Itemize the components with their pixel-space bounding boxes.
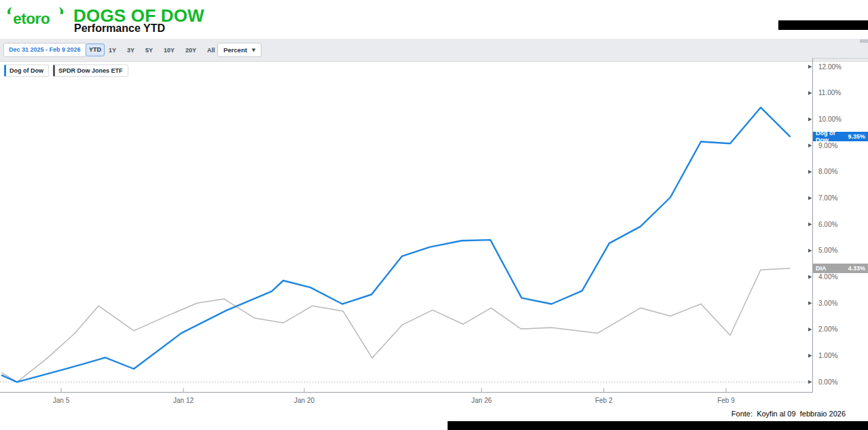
y-axis-tick [808, 170, 812, 174]
badge-value: 4.33% [848, 265, 865, 272]
x-axis-label: Jan 20 [294, 397, 314, 404]
y-axis-tick [808, 223, 812, 227]
y-axis-label: 3.00% [818, 300, 837, 307]
y-axis-tick [808, 249, 812, 253]
y-axis-label: 12.00% [818, 63, 842, 71]
x-axis-label: Jan 12 [173, 397, 194, 404]
page: etoro DOGS OF DOW Performance YTD Dec 31… [0, 0, 868, 430]
y-axis-label: 8.00% [818, 168, 837, 175]
y-axis-tick [808, 91, 812, 95]
series-line-dia [2, 268, 790, 382]
x-axis-label: Feb 9 [717, 397, 735, 404]
y-axis-tick [808, 118, 812, 122]
y-axis-tick [808, 380, 812, 384]
y-axis-label: 7.00% [818, 194, 837, 202]
y-axis-label: 6.00% [818, 221, 837, 228]
y-axis-label: 10.00% [818, 115, 842, 123]
y-axis-label: 11.00% [818, 89, 841, 96]
y-axis-label: 0.00% [818, 378, 837, 386]
badge-value: 9.35% [848, 133, 865, 140]
redaction-bar-bottom [448, 421, 868, 430]
x-axis-label: Feb 2 [595, 397, 613, 404]
y-axis-tick [808, 196, 812, 200]
last-value-badge-dia: DIA 4.33% [813, 264, 868, 273]
last-value-badge-dog-of-dow: Dog of Dow 9.35% [813, 132, 868, 141]
y-axis-tick [808, 327, 812, 332]
line-chart: 12.00%11.00%10.00%9.00%8.00%7.00%6.00%5.… [0, 0, 868, 430]
y-axis-tick [808, 144, 812, 148]
source-attribution: Fonte: Koyfin al 09 febbraio 2026 [731, 410, 846, 418]
badge-label: DIA [816, 265, 827, 272]
y-axis-label: 5.00% [818, 247, 837, 254]
y-axis-tick [808, 65, 812, 69]
y-axis-label: 1.00% [818, 352, 837, 359]
y-axis-tick [808, 354, 812, 358]
y-axis-tick [808, 302, 812, 306]
x-axis-label: Jan 5 [53, 397, 70, 404]
y-axis-label: 2.00% [818, 325, 837, 333]
y-axis-label: 4.00% [818, 273, 837, 281]
x-axis-label: Jan 26 [471, 397, 492, 404]
series-line-dog-of-dow [2, 107, 790, 382]
badge-label: Dog of Dow [816, 130, 848, 143]
y-axis-tick [808, 275, 812, 279]
